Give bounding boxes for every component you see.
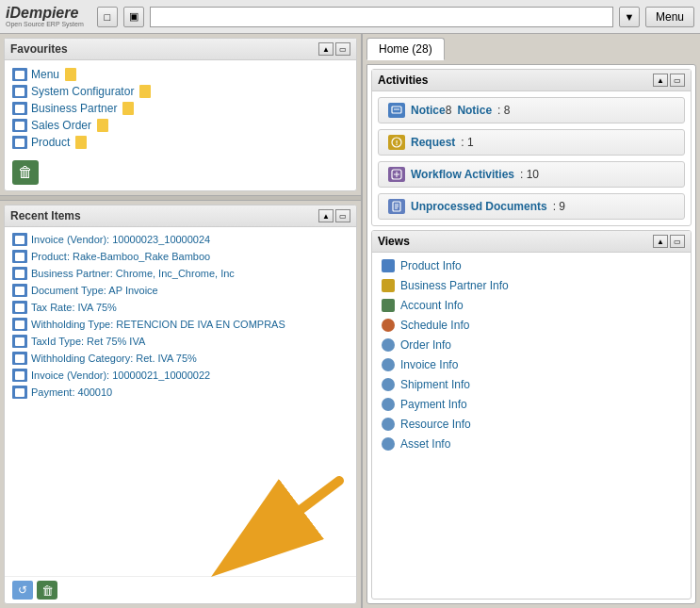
resource-info-label: Resource Info (400, 418, 471, 431)
notice-label: Notice8 (411, 104, 451, 117)
recent-item[interactable]: Tax Rate: IVA 75% (12, 299, 349, 316)
top-bar: iDempiere Open Source ERP System □ ▣ ▼ M… (0, 0, 700, 34)
recent-item-icon-0 (12, 233, 27, 246)
view-item-account[interactable]: Account Info (380, 296, 683, 315)
recent-item[interactable]: TaxId Type: Ret 75% IVA (12, 333, 349, 350)
recent-item-label-6: TaxId Type: Ret 75% IVA (31, 336, 145, 347)
recent-item[interactable]: Invoice (Vendor): 10000021_10000022 (12, 367, 349, 384)
request-icon: ! (388, 135, 405, 150)
recent-item-label-3: Document Type: AP Invoice (31, 285, 158, 296)
recent-items-title: Recent Items (10, 209, 81, 222)
businesspartner-info-label: Business Partner Info (400, 279, 509, 292)
view-item-asset[interactable]: Asset Info (380, 435, 683, 453)
recent-item[interactable]: Document Type: AP Invoice (12, 282, 349, 299)
businesspartner-info-icon (382, 279, 395, 292)
view-item-businesspartner[interactable]: Business Partner Info (380, 276, 683, 295)
sysconfigurator-item-icon (12, 85, 27, 98)
new-window-button[interactable]: □ (97, 7, 118, 27)
menu-button[interactable]: Menu (645, 7, 694, 27)
views-list: Product Info Business Partner Info Accou… (372, 253, 691, 457)
main-layout: Favourites ▲ ▭ Menu System Configurator (0, 34, 700, 608)
favourites-header: Favourites ▲ ▭ (5, 39, 356, 60)
app-logo: iDempiere Open Source ERP System (6, 6, 84, 27)
recent-footer: ↺ 🗑 (5, 576, 356, 603)
resource-info-icon (382, 418, 395, 431)
view-item-invoice[interactable]: Invoice Info (380, 355, 683, 374)
recent-item[interactable]: Withholding Type: RETENCION DE IVA EN CO… (12, 316, 349, 333)
salesorder-note-icon (97, 119, 108, 132)
notice-icon (388, 103, 405, 118)
fav-salesorder-label: Sales Order (31, 119, 91, 132)
panel-divider[interactable] (0, 195, 361, 201)
content-area: Activities ▲ ▭ Notice8 Notice : 8 Notice… (366, 64, 696, 604)
fav-businesspartner-label: Business Partner (31, 102, 117, 115)
product-info-icon (382, 259, 395, 272)
favourites-controls: ▲ ▭ (318, 42, 350, 56)
views-collapse-button[interactable]: ▲ (653, 235, 668, 248)
recent-item-label-4: Tax Rate: IVA 75% (31, 302, 117, 313)
view-item-payment[interactable]: Payment Info (380, 395, 683, 414)
recent-item-label-2: Business Partner: Chrome, Inc_Chrome, In… (31, 268, 235, 279)
product-info-label: Product Info (400, 259, 462, 272)
recent-item[interactable]: Payment: 400010 (12, 384, 349, 401)
activities-collapse-button[interactable]: ▲ (653, 74, 668, 87)
schedule-info-label: Schedule Info (400, 319, 469, 332)
fav-item-businesspartner[interactable]: Business Partner (12, 100, 349, 117)
recent-list: Invoice (Vendor): 10000023_10000024 Prod… (5, 227, 356, 576)
views-header: Views ▲ ▭ (372, 231, 691, 253)
asset-info-label: Asset Info (400, 437, 450, 451)
favourites-maximize-button[interactable]: ▭ (335, 42, 350, 56)
view-item-shipment[interactable]: Shipment Info (380, 375, 683, 394)
views-maximize-button[interactable]: ▭ (670, 235, 685, 248)
view-item-product[interactable]: Product Info (380, 256, 683, 275)
recent-item-icon-3 (12, 284, 27, 297)
logo-sub-text: Open Source ERP System (6, 21, 84, 27)
search-dropdown-button[interactable]: ▼ (619, 7, 640, 27)
fav-sysconfigurator-label: System Configurator (31, 85, 134, 98)
activities-controls: ▲ ▭ (653, 74, 685, 87)
favourites-collapse-button[interactable]: ▲ (318, 42, 334, 56)
recent-item-icon-7 (12, 352, 27, 365)
recent-item[interactable]: Invoice (Vendor): 10000023_10000024 (12, 231, 349, 248)
recent-maximize-button[interactable]: ▭ (335, 209, 350, 222)
recent-item[interactable]: Product: Rake-Bamboo_Rake Bamboo (12, 248, 349, 265)
recent-item[interactable]: Business Partner: Chrome, Inc_Chrome, In… (12, 265, 349, 282)
view-item-order[interactable]: Order Info (380, 336, 683, 354)
fav-item-menu[interactable]: Menu (12, 66, 349, 83)
request-button[interactable]: ! Request : 1 (378, 129, 685, 156)
fav-item-product[interactable]: Product (12, 134, 349, 151)
recent-item-label-1: Product: Rake-Bamboo_Rake Bamboo (31, 251, 210, 262)
businesspartner-note-icon (122, 102, 134, 115)
favourites-panel: Favourites ▲ ▭ Menu System Configurator (4, 38, 357, 191)
recent-items-panel: Recent Items ▲ ▭ Invoice (Vendor): 10000… (4, 205, 357, 604)
fav-product-label: Product (31, 136, 70, 149)
unprocessed-documents-button[interactable]: Unprocessed Documents : 9 (378, 193, 685, 220)
activities-list: Notice8 Notice : 8 Notice : 8 ! Request … (372, 97, 691, 220)
right-panel: Home (28) Activities ▲ ▭ (363, 34, 700, 608)
home-tab[interactable]: Home (28) (366, 38, 445, 60)
views-controls: ▲ ▭ (653, 235, 685, 248)
view-item-resource[interactable]: Resource Info (380, 415, 683, 434)
recent-trash-icon[interactable]: 🗑 (37, 581, 57, 600)
fav-item-salesorder[interactable]: Sales Order (12, 117, 349, 134)
activities-maximize-button[interactable]: ▭ (670, 74, 685, 87)
product-note-icon (75, 136, 87, 149)
recent-collapse-button[interactable]: ▲ (318, 209, 334, 222)
invoice-info-label: Invoice Info (400, 358, 458, 371)
payment-info-icon (382, 398, 395, 411)
refresh-icon[interactable]: ↺ (12, 581, 33, 600)
workflow-activities-button[interactable]: Workflow Activities : 10 (378, 161, 685, 188)
restore-button[interactable]: ▣ (123, 7, 144, 27)
view-item-schedule[interactable]: Schedule Info (380, 316, 683, 335)
logo-main-text: iDempiere (6, 6, 84, 21)
shipment-info-icon (382, 378, 395, 391)
fav-item-sysconfigurator[interactable]: System Configurator (12, 83, 349, 100)
recent-item-icon-4 (12, 301, 27, 314)
notice-button[interactable]: Notice8 Notice : 8 Notice : 8 (378, 97, 685, 123)
views-title: Views (378, 235, 410, 248)
recent-item[interactable]: Withholding Category: Ret. IVA 75% (12, 350, 349, 367)
search-input[interactable] (150, 7, 613, 27)
favourites-trash-icon[interactable]: 🗑 (12, 160, 39, 185)
workflow-icon (388, 167, 405, 182)
activities-title: Activities (378, 74, 428, 87)
